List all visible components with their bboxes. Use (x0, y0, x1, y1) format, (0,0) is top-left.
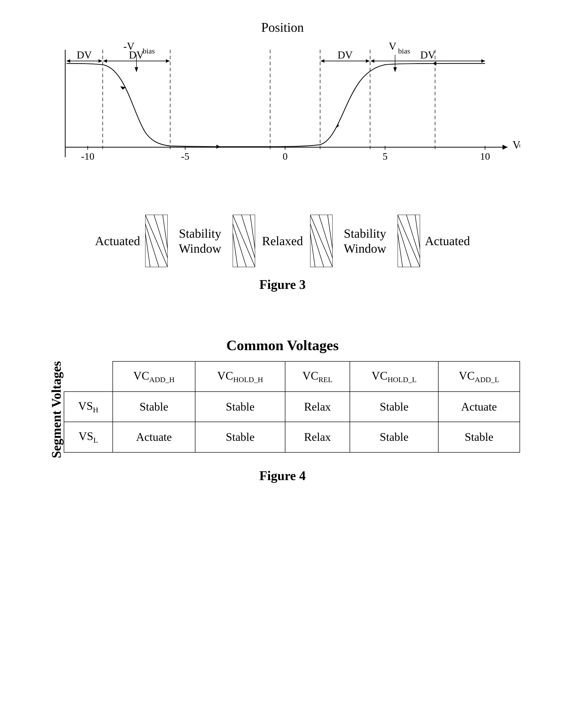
segment-voltages-label: Segment Voltages (45, 361, 64, 458)
col-header-vchold-h: VCHOLD_H (195, 361, 285, 392)
stability-window-right: StabilityWindow (333, 226, 398, 256)
svg-text:DV: DV (337, 49, 353, 61)
svg-marker-2 (503, 145, 508, 150)
col-header-vcrel: VCREL (285, 361, 350, 392)
figure4: Common Voltages Segment Voltages VCADD_H… (45, 337, 520, 503)
col-header-vchold-l: VCHOLD_L (350, 361, 438, 392)
cell-vsl-vcrel: Relax (285, 422, 350, 452)
svg-text:bias: bias (398, 47, 410, 55)
svg-text:-10: -10 (81, 151, 94, 162)
svg-text:10: 10 (480, 151, 490, 162)
relaxed-label: Relaxed (255, 234, 310, 248)
actuated-right-label: Actuated (420, 234, 475, 248)
svg-marker-47 (433, 61, 436, 65)
col-header-vcaddl: VCADD_L (438, 361, 520, 392)
svg-text:V: V (389, 40, 396, 52)
cell-vsh-vcrel: Relax (285, 392, 350, 422)
svg-text:Voltage: Voltage (513, 139, 520, 151)
cell-vsl-vcaddh: Actuate (113, 422, 195, 452)
svg-marker-30 (98, 59, 102, 63)
svg-marker-27 (393, 67, 397, 72)
cell-vsl-vcholdl: Stable (350, 422, 438, 452)
svg-marker-45 (216, 145, 220, 149)
svg-marker-33 (103, 59, 107, 63)
stability-row: Actuated StabilityWindow (45, 215, 520, 267)
graph-svg: -10 -5 0 5 10 Voltage (45, 37, 520, 212)
hatch3 (310, 215, 333, 267)
row-header-vsh: VSH (64, 392, 113, 422)
actuated-left-label: Actuated (90, 234, 145, 248)
figure3: Position -10 -5 0 (45, 20, 520, 312)
cell-vsl-vcholdh: Stable (195, 422, 285, 452)
hatch4 (398, 215, 420, 267)
figure3-caption: Figure 3 (45, 277, 520, 292)
svg-text:-5: -5 (181, 151, 189, 162)
empty-header (64, 361, 113, 392)
cell-vsh-vcholdh: Stable (195, 392, 285, 422)
cell-vsh-vcaddh: Stable (113, 392, 195, 422)
cell-vsh-vcaddl: Actuate (438, 392, 520, 422)
position-label: Position (45, 20, 520, 35)
table-row: VSL Actuate Stable Relax Stable Stable (64, 422, 520, 452)
row-header-vsl: VSL (64, 422, 113, 452)
stability-window-left: StabilityWindow (168, 226, 233, 256)
svg-text:DV: DV (129, 49, 144, 61)
cell-vsh-vcholdl: Stable (350, 392, 438, 422)
svg-text:5: 5 (383, 151, 388, 162)
svg-marker-23 (135, 67, 138, 72)
figure4-caption: Figure 4 (45, 468, 520, 483)
col-header-vcaddh: VCADD_H (113, 361, 195, 392)
svg-text:0: 0 (283, 151, 288, 162)
cell-vsl-vcaddl: Stable (438, 422, 520, 452)
svg-text:bias: bias (143, 47, 155, 55)
voltage-table-wrapper: VCADD_H VCHOLD_H VCREL VCHOLD_L VCADD_L … (64, 361, 520, 458)
svg-marker-29 (66, 59, 70, 63)
hatch1 (145, 215, 168, 267)
svg-marker-37 (321, 59, 324, 63)
voltage-table: VCADD_H VCHOLD_H VCREL VCHOLD_L VCADD_L … (64, 361, 520, 453)
svg-text:DV: DV (76, 49, 92, 61)
svg-marker-41 (371, 59, 374, 63)
svg-text:DV: DV (420, 49, 435, 61)
common-voltages-title: Common Voltages (45, 337, 520, 354)
svg-marker-38 (366, 59, 370, 63)
svg-marker-34 (166, 59, 170, 63)
hatch2 (233, 215, 255, 267)
table-row: VSH Stable Stable Relax Stable Actuate (64, 392, 520, 422)
svg-marker-42 (481, 59, 485, 63)
